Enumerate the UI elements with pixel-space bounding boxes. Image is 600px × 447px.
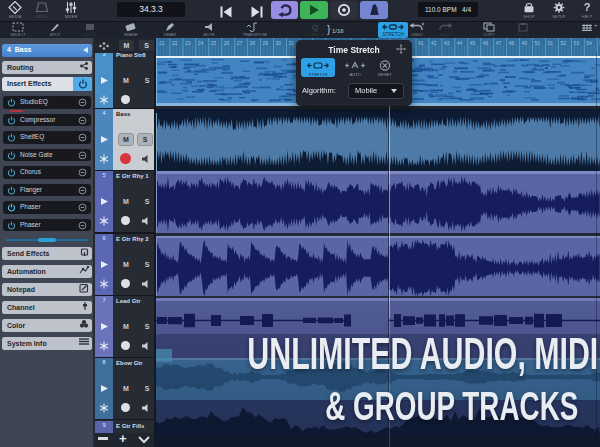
svg-text:23: 23 [185, 40, 191, 46]
svg-text:49: 49 [522, 40, 528, 46]
svg-text:52: 52 [560, 40, 566, 46]
svg-text:47: 47 [496, 40, 502, 46]
svg-text:42: 42 [431, 40, 437, 46]
svg-text:31: 31 [289, 40, 295, 46]
svg-text:46: 46 [483, 40, 489, 46]
svg-text:21: 21 [159, 40, 165, 46]
svg-text:51: 51 [548, 40, 554, 46]
svg-text:53: 53 [573, 40, 579, 46]
svg-text:Q: Q [312, 23, 318, 32]
svg-text:28: 28 [250, 40, 256, 46]
svg-text:26: 26 [224, 40, 230, 46]
svg-text:50: 50 [535, 40, 541, 46]
svg-text:44: 44 [457, 40, 463, 46]
svg-text:45: 45 [470, 40, 476, 46]
svg-text:29: 29 [263, 40, 269, 46]
svg-text:25: 25 [211, 40, 217, 46]
svg-text:48: 48 [509, 40, 515, 46]
svg-text:41: 41 [418, 40, 424, 46]
svg-text:24: 24 [198, 40, 204, 46]
svg-text:27: 27 [237, 40, 243, 46]
svg-text:43: 43 [444, 40, 450, 46]
svg-text:22: 22 [172, 40, 178, 46]
svg-text:54: 54 [586, 40, 592, 46]
svg-text:30: 30 [276, 40, 282, 46]
svg-text:+: + [594, 22, 598, 28]
